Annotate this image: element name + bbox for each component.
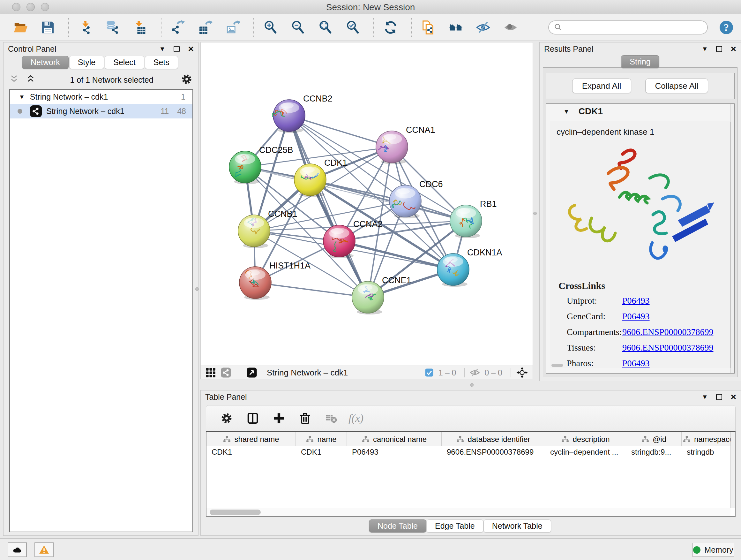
- zoom-in-button[interactable]: [262, 18, 280, 37]
- node-CCNE1[interactable]: [352, 281, 384, 313]
- zoom-fit-icon: [318, 20, 333, 35]
- node-CCNB1[interactable]: [238, 215, 270, 247]
- column-header-name[interactable]: name: [296, 432, 347, 446]
- import-database-button[interactable]: [104, 18, 122, 37]
- crosslink-link[interactable]: 9606.ENSP00000378699: [622, 327, 713, 337]
- network-collection-row[interactable]: ▼ String Network – cdk1 1: [10, 90, 192, 104]
- panel-float-icon[interactable]: [716, 394, 722, 400]
- table-hscroll-thumb[interactable]: [210, 509, 261, 515]
- save-session-button[interactable]: [39, 18, 57, 37]
- splitter-handle[interactable]: [195, 287, 199, 291]
- table-hscrollbar[interactable]: [206, 508, 731, 516]
- splitter-handle[interactable]: [533, 212, 537, 215]
- search-input[interactable]: [565, 23, 703, 32]
- zoom-out-button[interactable]: [289, 18, 307, 37]
- panel-close-icon[interactable]: ×: [188, 46, 194, 52]
- node-CDKN1A[interactable]: [437, 253, 469, 286]
- help-button[interactable]: ?: [718, 18, 735, 37]
- tab-style[interactable]: Style: [69, 56, 105, 69]
- column-header-sharedname[interactable]: shared name: [206, 432, 296, 446]
- gene-header-row[interactable]: ▼ CDK1: [546, 104, 734, 119]
- crosslink-link[interactable]: 9606.ENSP00000378699: [622, 343, 713, 353]
- panel-menu-icon[interactable]: ▼: [702, 45, 708, 53]
- zoom-fit-button[interactable]: [317, 18, 334, 37]
- hidden-eye-slash-icon[interactable]: [470, 368, 480, 378]
- collection-expander-icon[interactable]: ▼: [19, 94, 25, 101]
- results-vscrollbar[interactable]: [731, 104, 734, 373]
- tab-string[interactable]: String: [621, 55, 659, 68]
- table-row[interactable]: CDK1CDK1P064939606.ENSP00000378699cyclin…: [206, 446, 735, 458]
- memory-button[interactable]: Memory: [692, 543, 734, 557]
- node-CDC25B[interactable]: [229, 151, 261, 183]
- table-vscrollbar[interactable]: [731, 432, 735, 508]
- collapse-all-button[interactable]: Collapse All: [645, 78, 709, 93]
- eye-disabled-button[interactable]: [502, 18, 520, 37]
- panel-float-icon[interactable]: [174, 46, 180, 52]
- refresh-button[interactable]: [382, 18, 400, 37]
- homes-button[interactable]: [447, 18, 465, 37]
- node-CDK1[interactable]: [294, 164, 326, 196]
- eye-slash-button[interactable]: [474, 18, 492, 37]
- panel-menu-icon[interactable]: ▼: [159, 45, 165, 53]
- results-hscroll-thumb[interactable]: [551, 364, 563, 367]
- node-RB1[interactable]: [450, 205, 482, 237]
- column-header-databaseidentifier[interactable]: database identifier: [442, 432, 545, 446]
- column-header-canonicalname[interactable]: canonical name: [347, 432, 442, 446]
- tab-select[interactable]: Select: [105, 56, 144, 69]
- column-header-namespace[interactable]: namespace: [682, 432, 735, 446]
- table-gear-icon[interactable]: [218, 409, 235, 427]
- network-canvas[interactable]: CCNB2CCNA1CDC25BCDK1CDC6RB1CCNB1CCNA2CDK…: [200, 42, 533, 366]
- open-session-button[interactable]: [11, 18, 29, 37]
- column-header-description[interactable]: description: [545, 432, 626, 446]
- search-box[interactable]: [548, 20, 708, 35]
- node-CDC6[interactable]: [389, 185, 421, 217]
- expand-all-chevron-icon[interactable]: [9, 74, 19, 85]
- cloud-status-button[interactable]: [8, 543, 27, 557]
- tab-network-table[interactable]: Network Table: [483, 519, 551, 533]
- node-CCNA1[interactable]: [376, 131, 408, 163]
- column-split-icon[interactable]: [244, 409, 262, 427]
- node-CCNB2[interactable]: [273, 100, 305, 132]
- selected-checkbox-icon[interactable]: [424, 368, 434, 377]
- panel-close-icon[interactable]: ×: [731, 394, 736, 400]
- tab-sets[interactable]: Sets: [145, 56, 178, 69]
- crosslink-link[interactable]: P06493: [622, 311, 650, 321]
- delete-column-icon[interactable]: [296, 409, 314, 427]
- import-table-button[interactable]: [131, 18, 149, 37]
- splitter-handle[interactable]: [470, 383, 474, 387]
- panel-menu-icon[interactable]: ▼: [702, 393, 708, 401]
- warning-button[interactable]: [35, 543, 54, 557]
- crosshair-icon[interactable]: [516, 367, 528, 379]
- export-image-button[interactable]: [224, 18, 242, 37]
- string-share-icon[interactable]: [220, 367, 231, 378]
- network-grid-icon[interactable]: [205, 367, 216, 378]
- birdseye-view-icon[interactable]: [246, 367, 257, 378]
- zoom-selected-button[interactable]: [344, 18, 362, 37]
- node-table[interactable]: shared namenamecanonical namedatabase id…: [206, 431, 736, 517]
- node-label-CCNA2: CCNA2: [353, 219, 383, 229]
- zoom-out-icon: [291, 20, 306, 35]
- tab-node-table[interactable]: Node Table: [369, 519, 426, 533]
- edge-HIST1H1A-CCNE1[interactable]: [255, 283, 368, 297]
- collapse-all-chevron-icon[interactable]: [26, 74, 36, 85]
- toolbar-separator: [161, 18, 161, 37]
- crosslink-link[interactable]: P06493: [622, 358, 650, 368]
- panel-close-icon[interactable]: ×: [731, 46, 736, 52]
- gene-expander-icon[interactable]: ▼: [563, 108, 569, 115]
- copy-network-button[interactable]: [419, 18, 437, 37]
- column-header-id[interactable]: @id: [626, 432, 682, 446]
- import-network-button[interactable]: [77, 18, 94, 37]
- network-row[interactable]: String Network – cdk1 11 48: [10, 104, 192, 118]
- node-CCNA2[interactable]: [323, 225, 355, 257]
- crosslink-link[interactable]: P06493: [622, 296, 650, 306]
- tab-network[interactable]: Network: [22, 56, 69, 69]
- export-table-button[interactable]: [197, 18, 214, 37]
- string-network-graph[interactable]: CCNB2CCNA1CDC25BCDK1CDC6RB1CCNB1CCNA2CDK…: [201, 43, 533, 366]
- expand-all-button[interactable]: Expand All: [572, 78, 631, 93]
- node-HIST1H1A[interactable]: [239, 266, 271, 299]
- panel-float-icon[interactable]: [716, 46, 722, 52]
- network-options-gear-icon[interactable]: [181, 73, 192, 86]
- tab-edge-table[interactable]: Edge Table: [426, 519, 483, 533]
- add-column-icon[interactable]: [270, 409, 288, 427]
- export-network-button[interactable]: [169, 18, 187, 37]
